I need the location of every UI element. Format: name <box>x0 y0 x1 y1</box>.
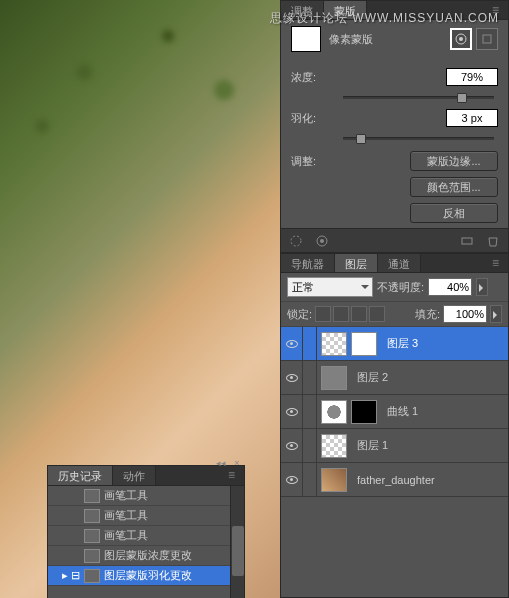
density-label: 浓度: <box>291 70 341 85</box>
mask-thumb[interactable] <box>351 400 377 424</box>
history-item[interactable]: 图层蒙版浓度更改 <box>48 546 244 566</box>
layer-row[interactable]: 图层 3 <box>281 327 508 361</box>
history-item[interactable]: 画笔工具 <box>48 526 244 546</box>
history-item[interactable]: 画笔工具 <box>48 506 244 526</box>
mask-thumb[interactable] <box>351 332 377 356</box>
history-scrollbar[interactable] <box>230 486 244 598</box>
lock-all-icon[interactable] <box>369 306 385 322</box>
apply-mask-icon[interactable] <box>315 234 329 248</box>
mask-panel-footer <box>281 228 508 252</box>
visibility-icon[interactable] <box>286 408 298 416</box>
layer-name[interactable]: 曲线 1 <box>381 404 418 419</box>
lock-label: 锁定: <box>287 307 312 322</box>
disable-mask-icon[interactable] <box>460 234 474 248</box>
feather-label: 羽化: <box>291 111 341 126</box>
pixel-mask-icon[interactable] <box>450 28 472 50</box>
history-item[interactable]: 画笔工具 <box>48 486 244 506</box>
blend-mode-select[interactable]: 正常 <box>287 277 373 297</box>
mask-feather-icon <box>84 569 100 583</box>
fill-label: 填充: <box>415 307 440 322</box>
visibility-icon[interactable] <box>286 374 298 382</box>
watermark-text: 思缘设计论坛 WWW.MISSYUAN.COM <box>270 10 499 27</box>
density-input[interactable]: 79% <box>446 68 498 86</box>
mask-thumbnail[interactable] <box>291 26 321 52</box>
layer-thumb[interactable] <box>321 332 347 356</box>
collapse-icon[interactable]: ◂◂ <box>214 458 228 468</box>
layer-name[interactable]: 图层 1 <box>351 438 388 453</box>
lock-pixels-icon[interactable] <box>333 306 349 322</box>
layer-name[interactable]: 图层 3 <box>381 336 418 351</box>
mask-edge-button[interactable]: 蒙版边缘... <box>410 151 498 171</box>
density-slider[interactable] <box>343 96 494 99</box>
history-item[interactable]: ▸ ⊟图层蒙版羽化更改 <box>48 566 244 586</box>
svg-point-3 <box>291 236 301 246</box>
color-range-button[interactable]: 颜色范围... <box>410 177 498 197</box>
tab-navigator[interactable]: 导航器 <box>281 254 335 272</box>
tab-channels[interactable]: 通道 <box>378 254 421 272</box>
close-icon[interactable]: × <box>230 458 244 468</box>
layers-list: 图层 3 图层 2 曲线 1 图层 1 father_daughter <box>281 327 508 559</box>
visibility-icon[interactable] <box>286 442 298 450</box>
history-tabs: 历史记录 动作 <box>48 466 244 486</box>
layer-row[interactable]: father_daughter <box>281 463 508 497</box>
tab-actions[interactable]: 动作 <box>113 466 156 485</box>
history-item-label: 图层蒙版羽化更改 <box>104 568 192 583</box>
panel-menu-icon[interactable] <box>228 468 242 482</box>
history-list: 画笔工具 画笔工具 画笔工具 图层蒙版浓度更改 ▸ ⊟图层蒙版羽化更改 <box>48 486 244 598</box>
adjust-label: 调整: <box>291 154 316 169</box>
layer-thumb[interactable] <box>321 366 347 390</box>
layer-row[interactable]: 图层 1 <box>281 429 508 463</box>
history-item-label: 画笔工具 <box>104 508 148 523</box>
layer-name[interactable]: father_daughter <box>351 474 435 486</box>
tab-layers[interactable]: 图层 <box>335 254 378 272</box>
svg-point-1 <box>459 37 463 41</box>
visibility-icon[interactable] <box>286 340 298 348</box>
mask-panel: 调整 蒙版 像素蒙版 浓度: 79% 羽化: 3 px 调整: 蒙版边缘... … <box>280 0 509 253</box>
svg-rect-2 <box>483 35 491 43</box>
history-item-label: 画笔工具 <box>104 528 148 543</box>
svg-point-5 <box>320 239 324 243</box>
fill-flyout-icon[interactable] <box>490 305 502 323</box>
history-item-label: 画笔工具 <box>104 488 148 503</box>
visibility-icon[interactable] <box>286 476 298 484</box>
opacity-flyout-icon[interactable] <box>476 278 488 296</box>
layers-panel: 导航器 图层 通道 正常 不透明度: 40% 锁定: 填充: 100% 图层 3 <box>280 253 509 598</box>
delete-mask-icon[interactable] <box>486 234 500 248</box>
layer-row[interactable]: 图层 2 <box>281 361 508 395</box>
feather-slider[interactable] <box>343 137 494 140</box>
svg-rect-6 <box>462 238 472 244</box>
layer-thumb[interactable] <box>321 434 347 458</box>
opacity-input[interactable]: 40% <box>428 278 472 296</box>
brush-icon <box>84 509 100 523</box>
load-selection-icon[interactable] <box>289 234 303 248</box>
layers-panel-tabs: 导航器 图层 通道 <box>281 254 508 273</box>
layer-thumb[interactable] <box>321 468 347 492</box>
feather-input[interactable]: 3 px <box>446 109 498 127</box>
layer-row[interactable]: 曲线 1 <box>281 395 508 429</box>
mask-type-label: 像素蒙版 <box>329 32 373 47</box>
lock-position-icon[interactable] <box>351 306 367 322</box>
invert-button[interactable]: 反相 <box>410 203 498 223</box>
opacity-label: 不透明度: <box>377 280 424 295</box>
lock-transparency-icon[interactable] <box>315 306 331 322</box>
adjustment-icon[interactable] <box>321 400 347 424</box>
tab-history[interactable]: 历史记录 <box>48 466 113 485</box>
fill-input[interactable]: 100% <box>443 305 487 323</box>
history-item-label: 图层蒙版浓度更改 <box>104 548 192 563</box>
brush-icon <box>84 489 100 503</box>
vector-mask-icon[interactable] <box>476 28 498 50</box>
mask-density-icon <box>84 549 100 563</box>
history-panel: ◂◂× 历史记录 动作 画笔工具 画笔工具 画笔工具 图层蒙版浓度更改 ▸ ⊟图… <box>47 465 245 598</box>
panel-menu-icon[interactable] <box>492 256 506 270</box>
brush-icon <box>84 529 100 543</box>
layer-name[interactable]: 图层 2 <box>351 370 388 385</box>
